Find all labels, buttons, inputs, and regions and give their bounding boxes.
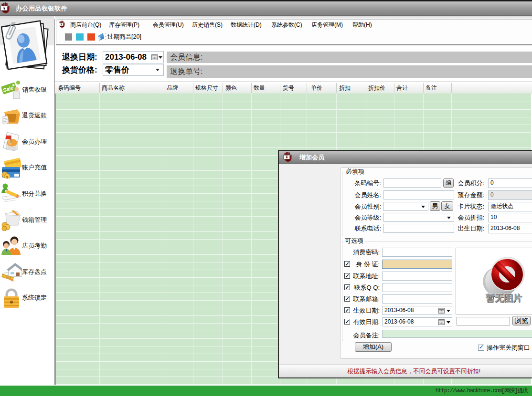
svg-text:$: $ <box>6 175 9 178</box>
svg-text:¥: ¥ <box>3 6 6 10</box>
svg-text:¥: ¥ <box>61 23 62 26</box>
